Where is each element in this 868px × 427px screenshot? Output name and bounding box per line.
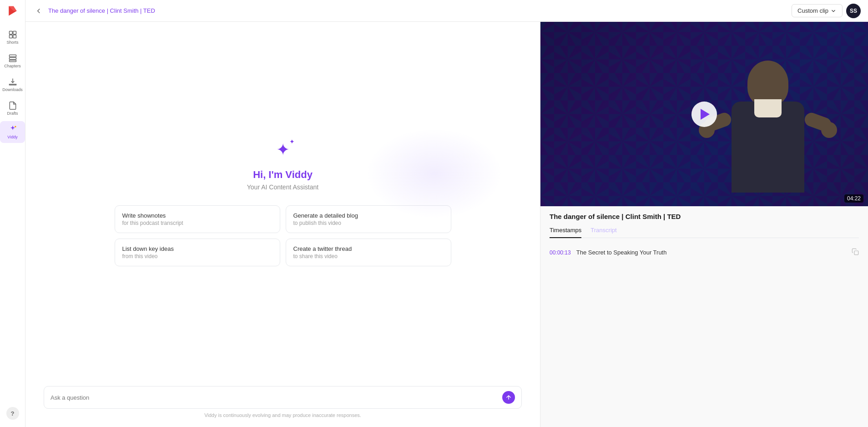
timestamp-label: The Secret to Speaking Your Truth xyxy=(576,249,667,256)
sidebar-item-chapters[interactable]: Chapters xyxy=(0,50,25,72)
suggestion-card-ideas-sub: from this video xyxy=(122,253,273,259)
suggestion-card-twitter-title: Create a twitter thread xyxy=(293,245,444,252)
sidebar-shorts-label: Shorts xyxy=(6,40,18,45)
suggestion-card-blog-title: Generate a detailed blog xyxy=(293,212,444,219)
suggestion-card-twitter[interactable]: Create a twitter thread to share this vi… xyxy=(286,239,451,266)
suggestion-card-shownotes[interactable]: Write shownotes for this podcast transcr… xyxy=(115,205,280,233)
timestamp-time[interactable]: 00:00:13 xyxy=(550,249,571,256)
suggestion-cards: Write shownotes for this podcast transcr… xyxy=(115,205,451,266)
sidebar-viddy-label: Viddy xyxy=(7,135,17,139)
video-container: 04:22 xyxy=(540,22,868,206)
suggestion-card-ideas-title: List down key ideas xyxy=(122,245,273,252)
video-duration: 04:22 xyxy=(844,194,863,203)
viddy-star-icon: ✦ xyxy=(276,140,290,159)
svg-rect-6 xyxy=(9,55,16,57)
custom-clip-button[interactable]: Custom clip xyxy=(792,4,843,17)
split-layout: ✦ ✦ Hi, I'm Viddy Your AI Content Assist… xyxy=(25,22,868,427)
sidebar-item-shorts[interactable]: Shorts xyxy=(0,26,25,48)
sidebar-chapters-label: Chapters xyxy=(4,64,21,68)
suggestion-card-blog-sub: to publish this video xyxy=(293,220,444,226)
page-title: The danger of silence | Clint Smith | TE… xyxy=(48,7,788,14)
app-logo[interactable] xyxy=(5,4,20,18)
main-content: The danger of silence | Clint Smith | TE… xyxy=(25,0,868,427)
help-button[interactable]: ? xyxy=(6,407,19,420)
svg-rect-4 xyxy=(9,35,12,38)
chat-send-button[interactable] xyxy=(502,391,515,404)
chat-input-area: Viddy is continuously evolving and may p… xyxy=(25,381,540,427)
suggestion-card-twitter-sub: to share this video xyxy=(293,253,444,259)
video-title: The danger of silence | Clint Smith | TE… xyxy=(550,213,859,220)
tab-transcript[interactable]: Transcript xyxy=(590,227,616,238)
tab-timestamps[interactable]: Timestamps xyxy=(550,227,581,238)
svg-rect-5 xyxy=(13,35,16,38)
suggestion-card-blog[interactable]: Generate a detailed blog to publish this… xyxy=(286,205,451,233)
video-info: The danger of silence | Clint Smith | TE… xyxy=(540,206,868,265)
svg-rect-3 xyxy=(13,31,16,35)
copy-icon[interactable] xyxy=(852,248,859,257)
video-panel: 04:22 The danger of silence | Clint Smit… xyxy=(540,22,868,427)
topbar: The danger of silence | Clint Smith | TE… xyxy=(25,0,868,22)
play-icon xyxy=(701,109,710,120)
chat-area: ✦ ✦ Hi, I'm Viddy Your AI Content Assist… xyxy=(25,22,540,381)
sidebar-drafts-label: Drafts xyxy=(7,111,18,116)
video-thumbnail xyxy=(540,22,868,206)
timestamp-entry: 00:00:13 The Secret to Speaking Your Tru… xyxy=(550,244,859,260)
svg-point-9 xyxy=(15,126,16,127)
video-tabs: Timestamps Transcript xyxy=(550,227,859,238)
play-button[interactable] xyxy=(691,102,717,127)
avatar: SS xyxy=(846,4,861,18)
sidebar-item-drafts[interactable]: Drafts xyxy=(0,97,25,119)
sidebar-item-viddy[interactable]: Viddy xyxy=(0,121,25,143)
viddy-icon: ✦ ✦ xyxy=(269,136,297,163)
viddy-star-small-icon: ✦ xyxy=(289,138,295,145)
svg-rect-8 xyxy=(9,60,16,61)
sidebar: Shorts Chapters Downloads Drafts Viddy ? xyxy=(0,0,25,427)
suggestion-card-shownotes-title: Write shownotes xyxy=(122,212,273,219)
svg-rect-7 xyxy=(9,57,16,59)
suggestion-card-shownotes-sub: for this podcast transcript xyxy=(122,220,273,226)
person-silhouette xyxy=(695,42,841,206)
svg-rect-10 xyxy=(854,251,858,255)
sidebar-item-downloads[interactable]: Downloads xyxy=(0,74,25,96)
chat-input-wrap xyxy=(44,386,522,409)
viddy-subtitle: Your AI Content Assistant xyxy=(247,183,318,191)
chat-input[interactable] xyxy=(50,394,502,401)
back-button[interactable] xyxy=(33,5,45,17)
viddy-greeting: Hi, I'm Viddy xyxy=(253,169,313,181)
viddy-panel: ✦ ✦ Hi, I'm Viddy Your AI Content Assist… xyxy=(25,22,540,427)
sidebar-downloads-label: Downloads xyxy=(2,87,23,92)
chat-disclaimer: Viddy is continuously evolving and may p… xyxy=(44,412,522,418)
suggestion-card-ideas[interactable]: List down key ideas from this video xyxy=(115,239,280,266)
svg-rect-2 xyxy=(9,31,12,35)
